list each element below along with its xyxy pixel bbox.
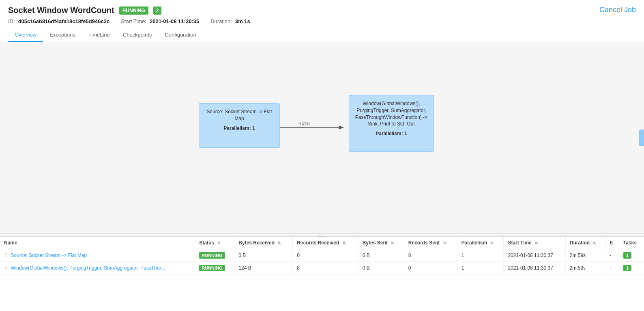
sort-icon-parallelism: ⇅ bbox=[490, 241, 493, 245]
cell-bytes-sent-1: 0 B bbox=[358, 262, 404, 274]
col-parallelism[interactable]: Parallelism ⇅ bbox=[457, 237, 504, 249]
node-2-label: Window(GlobalWindows(), PurgingTrigger, … bbox=[354, 100, 429, 127]
cell-status-0: RUNNING bbox=[195, 249, 234, 262]
job-graph-area: Source: Socket Stream -> Flat Map Parall… bbox=[0, 42, 644, 233]
task-badge-1: 1 bbox=[623, 265, 631, 271]
cell-status-1: RUNNING bbox=[195, 262, 234, 274]
table-row: ⠿ Source: Socket Stream -> Flat Map RUNN… bbox=[0, 249, 644, 262]
sort-icon-status: ⇅ bbox=[217, 241, 220, 245]
cell-name-1: ⠿ Window(GlobalWindows(), PurgingTrigger… bbox=[0, 262, 195, 274]
svg-text:HASH: HASH bbox=[298, 122, 310, 126]
cell-duration-0: 2m 59s bbox=[565, 249, 605, 262]
duration-label: Duration: bbox=[210, 18, 232, 24]
cell-tasks-1: 1 bbox=[619, 262, 644, 274]
cell-parallelism-1: 1 bbox=[457, 262, 504, 274]
cancel-job-button[interactable]: Cancel Job bbox=[599, 6, 636, 14]
sort-icon-bytes-sent: ⇅ bbox=[391, 241, 394, 245]
cell-parallelism-0: 1 bbox=[457, 249, 504, 262]
table-resize-handle[interactable]: ... bbox=[0, 233, 644, 237]
cell-bytes-received-1: 124 B bbox=[234, 262, 293, 274]
col-bytes-received[interactable]: Bytes Received ⇅ bbox=[234, 237, 293, 249]
tab-configuration[interactable]: Configuration bbox=[158, 28, 202, 42]
col-duration[interactable]: Duration ⇅ bbox=[565, 237, 605, 249]
row-status-badge-0: RUNNING bbox=[199, 252, 225, 259]
row-name-link-0[interactable]: Source: Socket Stream -> Flat Map bbox=[11, 253, 87, 258]
col-start-time[interactable]: Start Time ⇅ bbox=[504, 237, 565, 249]
cell-records-sent-0: 8 bbox=[404, 249, 457, 262]
job-parallelism-badge: 2 bbox=[153, 6, 162, 15]
row-status-badge-1: RUNNING bbox=[199, 265, 225, 271]
col-records-sent[interactable]: Records Sent ⇅ bbox=[404, 237, 457, 249]
cell-start-time-0: 2021-01-08 11:30:37 bbox=[504, 249, 565, 262]
cell-bytes-sent-0: 0 B bbox=[358, 249, 404, 262]
node-1-label: Source: Socket Stream -> Flat Map bbox=[204, 108, 275, 122]
jobs-table-area: ... Name Status ⇅ Bytes Received ⇅ Recor… bbox=[0, 233, 644, 274]
tab-overview[interactable]: Overview bbox=[8, 28, 43, 42]
job-title: Socket Window WordCount bbox=[8, 6, 114, 15]
job-id-value: d05c16ab816df4afa18c18fe5d946c2c bbox=[18, 18, 110, 24]
cell-name-0: ⠿ Source: Socket Stream -> Flat Map bbox=[0, 249, 195, 262]
col-e: E bbox=[605, 237, 619, 249]
col-bytes-sent[interactable]: Bytes Sent ⇅ bbox=[358, 237, 404, 249]
cell-start-time-1: 2021-01-08 11:30:37 bbox=[504, 262, 565, 274]
graph-container: Source: Socket Stream -> Flat Map Parall… bbox=[0, 42, 644, 233]
tab-bar: Overview Exceptions TimeLine Checkpoints… bbox=[8, 28, 636, 42]
tab-timeline[interactable]: TimeLine bbox=[82, 28, 116, 42]
cell-records-received-0: 0 bbox=[293, 249, 358, 262]
table-row: ⠿ Window(GlobalWindows(), PurgingTrigger… bbox=[0, 262, 644, 274]
jobs-table: Name Status ⇅ Bytes Received ⇅ Records R… bbox=[0, 237, 644, 274]
col-tasks: Tasks bbox=[619, 237, 644, 249]
sort-icon-records-received: ⇅ bbox=[342, 241, 346, 245]
start-time-value: 2021-01-08 11:30:35 bbox=[150, 18, 199, 24]
graph-node-2[interactable]: Window(GlobalWindows(), PurgingTrigger, … bbox=[349, 95, 434, 152]
col-name[interactable]: Name bbox=[0, 237, 195, 249]
id-label: ID: bbox=[8, 18, 15, 24]
resize-dots: ... bbox=[319, 233, 325, 238]
node-2-parallelism: Parallelism: 1 bbox=[354, 131, 429, 136]
row-name-link-1[interactable]: Window(GlobalWindows(), PurgingTrigger, … bbox=[11, 265, 165, 271]
cell-records-received-1: 8 bbox=[293, 262, 358, 274]
tab-checkpoints[interactable]: Checkpoints bbox=[116, 28, 159, 42]
start-time-label: Start Time: bbox=[121, 18, 146, 24]
task-badge-0: 1 bbox=[623, 252, 631, 259]
drag-handle-0[interactable]: ⠿ bbox=[4, 253, 8, 258]
cell-bytes-received-0: 0 B bbox=[234, 249, 293, 262]
sort-icon-records-sent: ⇅ bbox=[443, 241, 446, 245]
sort-icon-bytes-received: ⇅ bbox=[277, 241, 281, 245]
cell-tasks-0: 1 bbox=[619, 249, 644, 262]
cell-e-0: - bbox=[605, 249, 619, 262]
job-status-badge: RUNNING bbox=[119, 6, 148, 15]
duration-value: 3m 1s bbox=[235, 18, 250, 24]
page-header: Socket Window WordCount RUNNING 2 Cancel… bbox=[0, 0, 644, 42]
tab-exceptions[interactable]: Exceptions bbox=[43, 28, 82, 42]
sidebar-resize-handle[interactable] bbox=[639, 130, 644, 146]
cell-duration-1: 2m 59s bbox=[565, 262, 605, 274]
col-records-received[interactable]: Records Received ⇅ bbox=[293, 237, 358, 249]
drag-handle-1[interactable]: ⠿ bbox=[4, 265, 8, 271]
col-status[interactable]: Status ⇅ bbox=[195, 237, 234, 249]
sort-icon-start-time: ⇅ bbox=[535, 241, 538, 245]
cell-records-sent-1: 0 bbox=[404, 262, 457, 274]
sort-icon-duration: ⇅ bbox=[592, 241, 596, 245]
graph-arrow: HASH bbox=[199, 121, 353, 134]
cell-e-1: - bbox=[605, 262, 619, 274]
